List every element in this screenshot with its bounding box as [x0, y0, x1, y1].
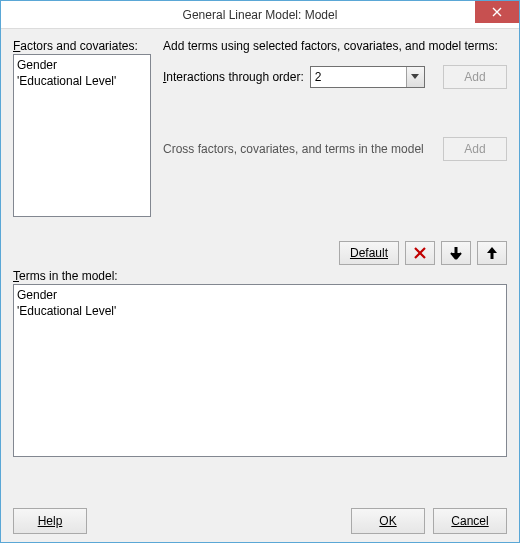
top-area: Factors and covariates: Gender 'Educatio…: [13, 39, 507, 217]
add-terms-panel: Add terms using selected factors, covari…: [163, 39, 507, 217]
interactions-row: Interactions through order: 2 Add: [163, 65, 507, 89]
close-button[interactable]: [475, 1, 519, 23]
add-cross-button[interactable]: Add: [443, 137, 507, 161]
interactions-order-dropdown[interactable]: 2: [310, 66, 425, 88]
dropdown-value: 2: [311, 70, 406, 84]
add-interactions-button[interactable]: Add: [443, 65, 507, 89]
list-item[interactable]: Gender: [17, 287, 503, 303]
dropdown-button[interactable]: [406, 67, 424, 87]
list-item[interactable]: Gender: [17, 57, 147, 73]
delete-term-button[interactable]: [405, 241, 435, 265]
delete-x-icon: [414, 247, 426, 259]
factors-listbox[interactable]: Gender 'Educational Level': [13, 54, 151, 217]
window-title: General Linear Model: Model: [1, 8, 519, 22]
dialog-footer: Help OK Cancel: [13, 478, 507, 534]
default-button[interactable]: Default: [339, 241, 399, 265]
close-icon: [492, 7, 502, 17]
arrow-down-icon: [450, 246, 462, 260]
instructions-text: Add terms using selected factors, covari…: [163, 39, 507, 53]
cross-row: Cross factors, covariates, and terms in …: [163, 137, 507, 161]
list-item[interactable]: 'Educational Level': [17, 303, 503, 319]
terms-label: Terms in the model:: [13, 269, 507, 283]
terms-block: Terms in the model: Gender 'Educational …: [13, 269, 507, 478]
factors-block: Factors and covariates: Gender 'Educatio…: [13, 39, 151, 217]
factors-label: Factors and covariates:: [13, 39, 151, 53]
help-button[interactable]: Help: [13, 508, 87, 534]
svg-rect-1: [491, 252, 494, 259]
cancel-button[interactable]: Cancel: [433, 508, 507, 534]
move-up-button[interactable]: [477, 241, 507, 265]
title-bar: General Linear Model: Model: [1, 1, 519, 29]
interactions-label: Interactions through order:: [163, 70, 304, 84]
list-item[interactable]: 'Educational Level': [17, 73, 147, 89]
cross-label: Cross factors, covariates, and terms in …: [163, 142, 424, 156]
chevron-down-icon: [411, 74, 419, 80]
move-down-button[interactable]: [441, 241, 471, 265]
terms-toolbar: Default: [13, 241, 507, 265]
dialog-window: General Linear Model: Model Factors and …: [0, 0, 520, 543]
arrow-up-icon: [486, 246, 498, 260]
svg-rect-0: [455, 247, 458, 254]
terms-listbox[interactable]: Gender 'Educational Level': [13, 284, 507, 457]
dialog-body: Factors and covariates: Gender 'Educatio…: [1, 29, 519, 542]
ok-button[interactable]: OK: [351, 508, 425, 534]
